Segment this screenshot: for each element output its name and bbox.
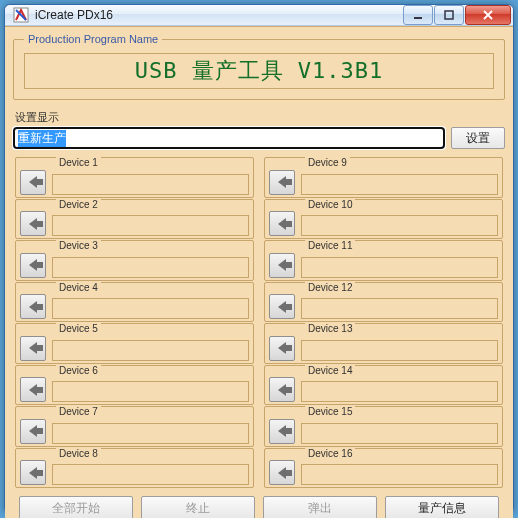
devices-grid: Device 1Device 2Device 3Device 4Device 5…	[13, 155, 505, 492]
device-status-field	[52, 257, 249, 278]
arrow-left-icon[interactable]	[269, 211, 295, 236]
device-slot-label: Device 14	[305, 365, 355, 377]
device-status-field	[52, 423, 249, 444]
device-slot-label: Device 16	[305, 448, 355, 460]
device-slot: Device 10	[264, 199, 503, 240]
device-slot: Device 12	[264, 282, 503, 323]
device-status-field	[52, 381, 249, 402]
device-slot-label: Device 2	[56, 199, 101, 211]
device-slot: Device 11	[264, 240, 503, 281]
device-slot: Device 14	[264, 365, 503, 406]
arrow-left-icon[interactable]	[20, 419, 46, 444]
device-status-field	[301, 298, 498, 319]
device-slot: Device 6	[15, 365, 254, 406]
device-slot-label: Device 10	[305, 199, 355, 211]
device-status-field	[301, 381, 498, 402]
device-slot-label: Device 4	[56, 282, 101, 294]
close-button[interactable]	[465, 5, 511, 25]
device-slot-label: Device 5	[56, 323, 101, 335]
device-slot: Device 2	[15, 199, 254, 240]
setting-label: 设置显示	[15, 110, 505, 125]
device-status-field	[301, 340, 498, 361]
maximize-button[interactable]	[434, 5, 464, 25]
arrow-left-icon[interactable]	[269, 294, 295, 319]
eject-button[interactable]: 弹出	[263, 496, 377, 518]
window-title: iCreate PDx16	[35, 8, 403, 22]
client-area: Production Program Name USB 量产工具 V1.3B1 …	[5, 26, 513, 518]
device-slot-label: Device 1	[56, 157, 101, 169]
info-button[interactable]: 量产信息	[385, 496, 499, 518]
device-slot: Device 4	[15, 282, 254, 323]
device-status-field	[301, 423, 498, 444]
setting-input[interactable]	[13, 127, 445, 149]
arrow-left-icon[interactable]	[269, 336, 295, 361]
device-slot: Device 7	[15, 406, 254, 447]
device-slot-label: Device 3	[56, 240, 101, 252]
bottom-toolbar: 全部开始 终止 弹出 量产信息	[13, 492, 505, 518]
device-slot-label: Device 12	[305, 282, 355, 294]
device-slot: Device 15	[264, 406, 503, 447]
device-status-field	[301, 257, 498, 278]
device-slot-label: Device 7	[56, 406, 101, 418]
device-slot: Device 16	[264, 448, 503, 489]
device-slot: Device 9	[264, 157, 503, 198]
setting-button[interactable]: 设置	[451, 127, 505, 149]
stop-button[interactable]: 终止	[141, 496, 255, 518]
arrow-left-icon[interactable]	[20, 170, 46, 195]
svg-rect-1	[414, 17, 422, 19]
devices-col-left: Device 1Device 2Device 3Device 4Device 5…	[15, 157, 254, 488]
arrow-left-icon[interactable]	[269, 460, 295, 485]
device-slot: Device 3	[15, 240, 254, 281]
device-slot-label: Device 8	[56, 448, 101, 460]
device-status-field	[52, 215, 249, 236]
device-status-field	[52, 174, 249, 195]
arrow-left-icon[interactable]	[20, 460, 46, 485]
device-status-field	[301, 464, 498, 485]
device-slot: Device 13	[264, 323, 503, 364]
main-window: iCreate PDx16 Production Program Name US…	[4, 4, 514, 514]
device-slot: Device 8	[15, 448, 254, 489]
arrow-left-icon[interactable]	[269, 253, 295, 278]
app-icon	[13, 7, 29, 23]
devices-col-right: Device 9Device 10Device 11Device 12Devic…	[264, 157, 503, 488]
device-slot: Device 5	[15, 323, 254, 364]
device-status-field	[52, 340, 249, 361]
arrow-left-icon[interactable]	[20, 294, 46, 319]
titlebar[interactable]: iCreate PDx16	[5, 5, 513, 26]
device-slot-label: Device 9	[305, 157, 350, 169]
arrow-left-icon[interactable]	[269, 377, 295, 402]
program-legend: Production Program Name	[24, 33, 162, 45]
device-status-field	[301, 174, 498, 195]
window-controls	[403, 5, 511, 25]
arrow-left-icon[interactable]	[20, 253, 46, 278]
program-name-group: Production Program Name USB 量产工具 V1.3B1	[13, 33, 505, 100]
device-status-field	[52, 298, 249, 319]
device-slot: Device 1	[15, 157, 254, 198]
arrow-left-icon[interactable]	[269, 170, 295, 195]
device-slot-label: Device 11	[305, 240, 355, 252]
device-slot-label: Device 13	[305, 323, 355, 335]
arrow-left-icon[interactable]	[20, 377, 46, 402]
setting-row: 设置	[13, 127, 505, 149]
start-all-button[interactable]: 全部开始	[19, 496, 133, 518]
device-slot-label: Device 15	[305, 406, 355, 418]
arrow-left-icon[interactable]	[20, 336, 46, 361]
arrow-left-icon[interactable]	[20, 211, 46, 236]
svg-rect-2	[445, 11, 453, 19]
device-status-field	[52, 464, 249, 485]
minimize-button[interactable]	[403, 5, 433, 25]
arrow-left-icon[interactable]	[269, 419, 295, 444]
program-name-display: USB 量产工具 V1.3B1	[24, 53, 494, 89]
device-status-field	[301, 215, 498, 236]
device-slot-label: Device 6	[56, 365, 101, 377]
